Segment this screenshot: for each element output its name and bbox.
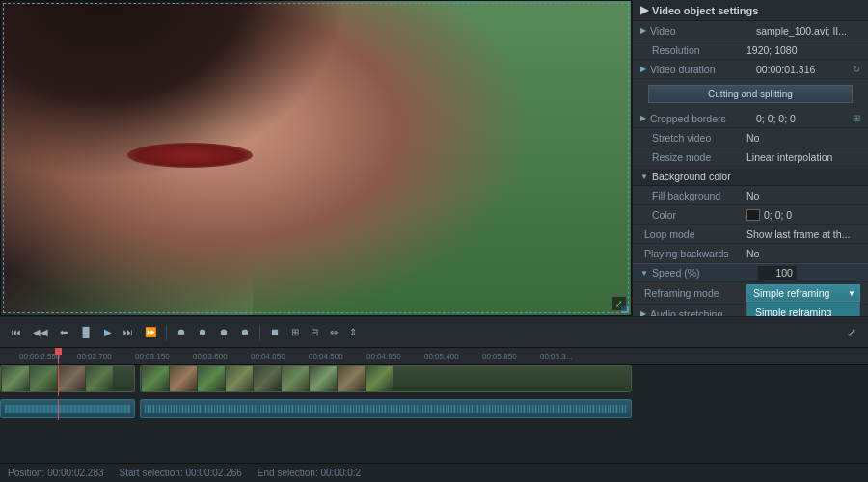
cutting-splitting-button[interactable]: Cutting and splitting	[648, 85, 853, 103]
audio-playhead	[58, 399, 59, 420]
video-track-content	[0, 365, 868, 396]
thumb-9	[254, 366, 281, 391]
ruler-mark-2: 00:03.150	[135, 352, 170, 361]
timeline: 00:00:2.550 00:02.700 00:03.150 00:03.60…	[0, 347, 868, 463]
cropped-tri: ▶	[640, 114, 646, 122]
ruler-mark-0: 00:00:2.550	[19, 352, 60, 361]
video-clip-1[interactable]	[0, 365, 135, 392]
audio-clip-1[interactable]	[0, 399, 135, 418]
dropdown-arrow: ▼	[848, 289, 855, 298]
cropped-icon: ⊞	[853, 113, 860, 123]
right-panel: ▶ Video object settings ▶ Video sample_1…	[632, 0, 868, 316]
resize-mode-row: Resize mode Linear interpolation	[633, 147, 868, 167]
duration-tri: ▶	[640, 65, 646, 73]
speed-input[interactable]	[758, 266, 797, 280]
speed-label: Speed (%)	[652, 267, 758, 279]
audio-track-content	[0, 399, 868, 420]
record-btn-4[interactable]: ⏺	[236, 325, 254, 339]
audio-clip-2[interactable]	[140, 399, 632, 418]
thumb-6	[170, 366, 197, 391]
thumb-12	[338, 366, 365, 391]
panel-title-text: Video object settings	[652, 5, 758, 16]
transport-divider2	[259, 325, 260, 340]
audio-stretch-tri: ▶	[640, 309, 646, 316]
fit-button[interactable]: ⇔	[326, 325, 341, 339]
play-button[interactable]: ▶	[100, 325, 116, 339]
next-frame-button[interactable]: ⏭	[120, 325, 137, 339]
stretch-video-row: Stretch video No	[633, 128, 868, 147]
fullscreen-icon[interactable]: ⤢	[843, 324, 860, 341]
reframing-dropdown[interactable]: Simple reframing ▼	[746, 284, 860, 302]
color-row: Color 0; 0; 0	[633, 205, 868, 225]
record-btn-3[interactable]: ⏺	[215, 325, 232, 339]
ruler-mark-1: 00:02.700	[77, 352, 112, 361]
fullscreen-button[interactable]: ⤢	[611, 296, 627, 311]
speed-row: ▼ Speed (%)	[633, 263, 868, 282]
loop-mode-label: Loop mode	[640, 228, 746, 240]
duration-value: 00:00:01.316	[756, 64, 853, 75]
back-button[interactable]: ⬅	[56, 325, 71, 339]
record-btn-2[interactable]: ⏺	[194, 325, 211, 339]
panel-title-tri: ▶	[640, 4, 648, 16]
duration-icon: ↻	[853, 64, 860, 74]
video-clip-2[interactable]	[140, 365, 632, 392]
video-track	[0, 365, 868, 396]
stop-btn-1[interactable]: ⏹	[266, 325, 284, 339]
thumb-2	[30, 366, 57, 391]
zoom-out-button[interactable]: ⊟	[307, 325, 322, 339]
expand-button[interactable]: ⇕	[345, 325, 361, 339]
pause-button[interactable]: ▐▌	[75, 325, 96, 339]
fast-forward-button[interactable]: ⏩	[141, 325, 160, 339]
resize-mode-value: Linear interpolation	[746, 151, 860, 163]
thumb-4	[86, 366, 113, 391]
thumb-10	[282, 366, 309, 391]
loop-mode-value: Show last frame at th...	[746, 228, 860, 240]
status-bar: Position: 00:00:02.283 Start selection: …	[0, 463, 868, 482]
thumb-1	[2, 366, 29, 391]
thumb-13	[366, 366, 393, 391]
duration-row: ▶ Video duration 00:00:01.316 ↻	[633, 60, 868, 79]
waveform-2	[145, 405, 627, 413]
video-background: ⤢	[1, 1, 631, 315]
ruler-playhead	[58, 348, 59, 364]
record-btn-1[interactable]: ⏺	[173, 325, 190, 339]
ruler-mark-9: 00:06.3...	[540, 352, 572, 361]
thumb-5	[142, 366, 169, 391]
start-selection-label: Start selection: 00:00:02.266	[120, 468, 242, 478]
thumb-7	[198, 366, 225, 391]
video-label: Video	[650, 25, 756, 37]
video-content	[1, 1, 631, 315]
video-tri: ▶	[640, 26, 646, 35]
resolution-label: Resolution	[640, 44, 746, 56]
playhead-top-marker	[55, 348, 62, 355]
skip-start-button[interactable]: ⏮	[8, 325, 25, 339]
ruler-mark-6: 00:04.950	[366, 352, 401, 361]
stretch-label: Stretch video	[640, 132, 746, 144]
fill-bg-label: Fill background	[640, 190, 746, 201]
color-swatch[interactable]	[746, 209, 760, 221]
ruler-mark-4: 00:04.050	[251, 352, 285, 361]
loop-mode-row: Loop mode Show last frame at th...	[633, 225, 868, 244]
dropdown-option-simple[interactable]: Simple reframing	[747, 303, 859, 316]
track-playhead	[58, 365, 59, 396]
transport-bar: ⏮ ◀◀ ⬅ ▐▌ ▶ ⏭ ⏩ ⏺ ⏺ ⏺ ⏺ ⏹ ⊞ ⊟ ⇔ ⇕ ⤢	[0, 316, 868, 347]
position-label: Position: 00:00:02.283	[8, 468, 104, 478]
reframing-dropdown-menu: Simple reframing Blending Optical flow	[746, 302, 860, 316]
cropped-borders-row: ▶ Cropped borders 0; 0; 0; 0 ⊞	[633, 109, 868, 128]
video-frame	[1, 1, 631, 315]
resolution-row: Resolution 1920; 1080	[633, 40, 868, 60]
reframing-dropdown-container: Simple reframing ▼ Simple reframing Blen…	[746, 284, 860, 302]
bg-tri: ▼	[640, 173, 648, 181]
prev-frame-button[interactable]: ◀◀	[29, 325, 52, 339]
video-preview: ⤢	[0, 0, 632, 316]
speed-tri: ▼	[640, 269, 648, 278]
fill-background-row: Fill background No	[633, 186, 868, 205]
audio-stretching-label: Audio stretching	[650, 308, 756, 317]
end-selection-label: End selection: 00:00:0:2	[258, 468, 361, 478]
ruler-mark-8: 00:05.850	[482, 352, 517, 361]
fill-bg-value: No	[746, 190, 860, 201]
zoom-in-button[interactable]: ⊞	[287, 325, 303, 339]
resize-mode-label: Resize mode	[640, 151, 746, 163]
reframing-selected: Simple reframing	[753, 287, 829, 299]
bg-color-section[interactable]: ▼ Background color	[633, 167, 868, 186]
